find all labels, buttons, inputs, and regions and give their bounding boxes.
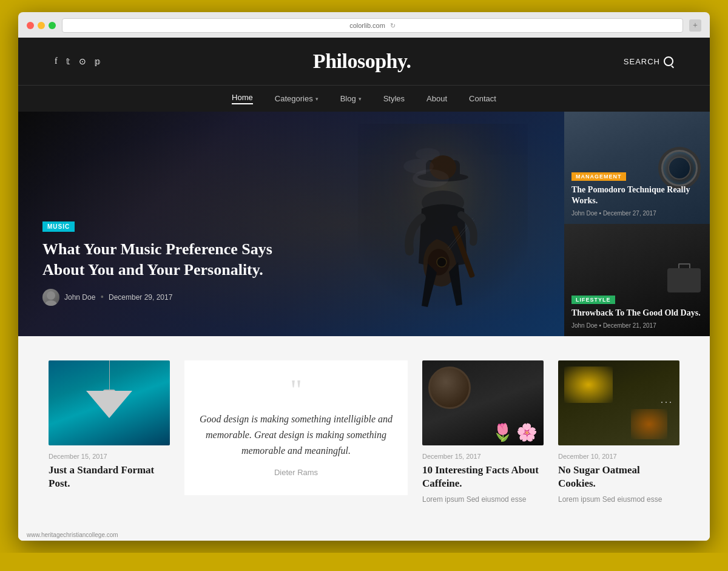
side-card-1-tag: MANAGEMENT [571,172,626,181]
close-button[interactable] [27,22,34,29]
lamp-shade [86,391,132,418]
author-avatar [42,289,59,306]
coffee-cup-decoration [428,367,471,409]
post-card-cookies[interactable]: ··· December 10, 2017 No Sugar Oatmeal C… [558,360,679,505]
website-content: f 𝕥 ⊙ 𝕡 Philosophy. SEARCH Home Categori… [18,38,710,541]
quote-mark-icon: " [290,379,302,402]
svg-point-13 [47,291,55,300]
side-card-1-title: The Pomodoro Technique Really Works. [571,184,703,206]
post-coffee-image: 🌷 🌸 [422,360,544,445]
maximize-button[interactable] [49,22,56,29]
dropdown-arrow-icon: ▾ [359,96,362,102]
url-text: colorlib.com [349,22,385,29]
browser-window: colorlib.com ↻ + f 𝕥 ⊙ 𝕡 Philosophy. SEA… [18,12,710,541]
post-title-1: Just a Standard Format Post. [49,464,170,490]
side-card-2-tag: LIFESTYLE [571,296,615,304]
nav-about[interactable]: About [426,93,447,104]
side-card-1[interactable]: MANAGEMENT The Pomodoro Technique Really… [564,112,710,224]
hero-content: MUSIC What Your Music Preference Says Ab… [42,220,273,306]
hero-main-article[interactable]: MUSIC What Your Music Preference Says Ab… [18,112,564,336]
address-bar[interactable]: colorlib.com ↻ [62,18,683,33]
post-date-1: December 15, 2017 [49,453,170,460]
post-title-3: 10 Interesting Facts About Caffeine. [422,464,544,490]
social-icons: f 𝕥 ⊙ 𝕡 [55,56,101,67]
post-date-4: December 10, 2017 [558,453,679,460]
nav-styles[interactable]: Styles [383,93,405,104]
search-icon [664,56,673,66]
post-colorful-image: ··· [558,360,679,445]
post-card-coffee[interactable]: 🌷 🌸 December 15, 2017 10 Interesting Fac… [422,360,544,505]
svg-point-11 [403,159,434,174]
site-header: f 𝕥 ⊙ 𝕡 Philosophy. SEARCH [18,38,710,85]
reload-icon[interactable]: ↻ [390,22,396,30]
footer-url: www.heritagechristiancollege.com [27,532,118,538]
hero-author: John Doe [64,293,95,302]
bag-decoration [667,268,701,292]
guitarist-illustration [358,124,528,336]
hero-side-cards: MANAGEMENT The Pomodoro Technique Really… [564,112,710,336]
facebook-icon[interactable]: f [55,56,58,67]
dropdown-arrow-icon: ▾ [315,96,318,102]
new-tab-button[interactable]: + [689,19,701,32]
traffic-lights [27,22,56,29]
side-card-2-title: Throwback To The Good Old Days. [571,308,703,319]
browser-chrome: colorlib.com ↻ + [18,12,710,38]
quote-text: Good design is making something intellig… [197,411,396,458]
hero-title: What Your Music Preference Says About Yo… [42,239,273,280]
splash-decoration-1 [564,367,613,403]
twitter-icon[interactable]: 𝕥 [66,56,70,67]
content-section: December 15, 2017 Just a Standard Format… [18,336,710,529]
quote-author: Dieter Rams [274,468,318,477]
side-card-2[interactable]: LIFESTYLE Throwback To The Good Old Days… [564,224,710,336]
nav-contact[interactable]: Contact [469,93,496,104]
splash-decoration-2 [631,409,667,439]
post-title-4: No Sugar Oatmeal Cookies. [558,464,679,490]
svg-point-6 [437,257,447,267]
hero-date: December 29, 2017 [109,293,172,302]
tulips-decoration: 🌷 🌸 [492,422,538,442]
svg-point-14 [45,300,57,306]
search-area[interactable]: SEARCH [624,56,673,66]
side-card-2-content: LIFESTYLE Throwback To The Good Old Days… [571,293,703,329]
instagram-icon[interactable]: ⊙ [79,56,86,67]
nav-blog[interactable]: Blog ▾ [340,93,362,104]
pinterest-icon[interactable]: 𝕡 [95,56,101,67]
dots-decoration: ··· [661,397,673,408]
hero-section: MUSIC What Your Music Preference Says Ab… [18,112,710,336]
site-title[interactable]: Philosophy. [313,50,411,73]
footer-bar: www.heritagechristiancollege.com [18,529,710,541]
post-excerpt-4: Lorem ipsum Sed eiusmod esse [558,494,679,505]
lamp-cord [109,360,110,394]
svg-point-12 [416,148,440,160]
category-badge[interactable]: MUSIC [42,221,75,232]
minimize-button[interactable] [38,22,45,29]
nav-home[interactable]: Home [232,93,253,104]
nav-categories[interactable]: Categories ▾ [275,93,318,104]
post-card-lamp[interactable]: December 15, 2017 Just a Standard Format… [49,360,170,490]
site-navigation: Home Categories ▾ Blog ▾ Styles About Co… [18,85,710,112]
post-excerpt-3: Lorem ipsum Sed eiusmod esse [422,494,544,505]
quote-card: " Good design is making something intell… [184,360,408,495]
post-date-3: December 15, 2017 [422,453,544,460]
search-label: SEARCH [624,57,660,66]
side-card-2-meta: John Doe • December 21, 2017 [571,322,703,329]
side-card-1-meta: John Doe • December 27, 2017 [571,210,703,217]
side-card-1-content: MANAGEMENT The Pomodoro Technique Really… [571,170,703,217]
post-lamp-image [49,360,170,445]
posts-grid: December 15, 2017 Just a Standard Format… [49,360,679,505]
hero-meta: John Doe • December 29, 2017 [42,289,273,306]
